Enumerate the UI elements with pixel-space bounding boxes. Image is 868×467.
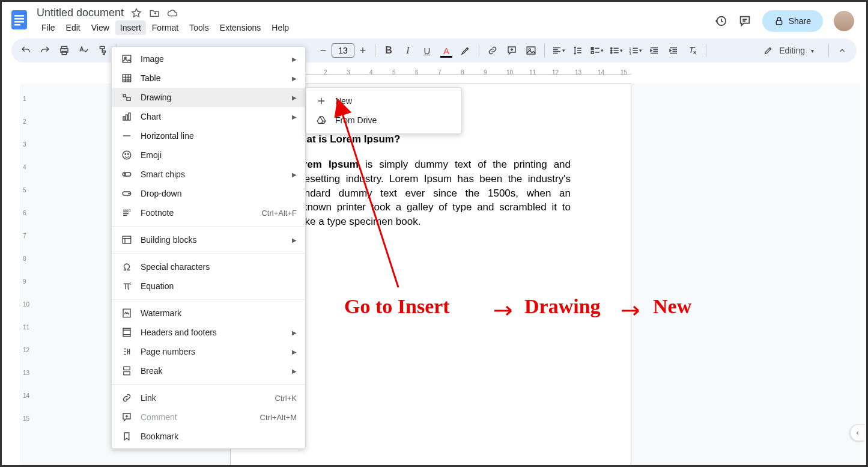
insert-bookmark[interactable]: Bookmark [112, 427, 305, 446]
separator [828, 44, 829, 57]
drive-icon [315, 115, 328, 126]
headers-icon [120, 327, 133, 338]
insert-drawing[interactable]: Drawing▶ [112, 88, 305, 107]
chevron-right-icon: ▶ [292, 237, 297, 243]
svg-rect-24 [127, 97, 130, 100]
annotation-text-1: Go to Insert [344, 295, 450, 318]
insert-image-button[interactable] [523, 42, 539, 59]
cloud-status-icon[interactable] [167, 8, 178, 19]
insert-drop-down[interactable]: Drop-down [112, 184, 305, 203]
doc-title[interactable]: Untitled document [37, 7, 124, 19]
font-size-control: − 13 + [316, 43, 370, 58]
comments-icon[interactable] [738, 14, 751, 28]
drawing-icon [120, 92, 133, 103]
insert-headers-and-footers[interactable]: Headers and footers▶ [112, 323, 305, 342]
redo-button[interactable] [37, 42, 53, 59]
insert-chart[interactable]: Chart▶ [112, 107, 305, 126]
svg-rect-4 [14, 24, 20, 26]
doc-body: Lorem Ipsum is simply dummy text of the … [291, 157, 571, 229]
link-button[interactable] [484, 42, 501, 59]
image-icon [120, 53, 133, 64]
insert-special-characters[interactable]: Special characters [112, 257, 305, 276]
editing-mode-button[interactable]: Editing ▾ [754, 46, 824, 55]
outdent-button[interactable] [646, 42, 663, 59]
svg-rect-25 [123, 117, 125, 120]
align-button[interactable]: ▾ [550, 42, 566, 59]
menu-file[interactable]: File [37, 20, 60, 35]
insert-smart-chips[interactable]: Smart chips▶ [112, 165, 305, 184]
menu-insert[interactable]: Insert [115, 20, 146, 35]
insert-link[interactable]: LinkCtrl+K [112, 388, 305, 407]
insert-footnote[interactable]: 1FootnoteCtrl+Alt+F [112, 203, 305, 222]
insert-image[interactable]: Image▶ [112, 49, 305, 69]
svg-point-15 [610, 50, 612, 51]
header-right: Share [714, 5, 857, 32]
svg-rect-0 [11, 10, 27, 29]
font-size-value[interactable]: 13 [332, 43, 354, 58]
star-icon[interactable] [131, 8, 142, 19]
svg-point-32 [124, 174, 126, 176]
svg-rect-1 [14, 15, 24, 17]
comment-icon [120, 412, 133, 423]
checklist-button[interactable]: ▾ [588, 42, 605, 59]
svg-rect-20 [123, 55, 131, 63]
history-icon[interactable] [714, 14, 727, 28]
spellcheck-button[interactable] [75, 42, 92, 59]
move-folder-icon[interactable] [149, 8, 160, 19]
emoji-icon [120, 150, 133, 160]
insert-building-blocks[interactable]: Building blocks▶ [112, 230, 305, 249]
paint-format-button[interactable] [94, 42, 111, 59]
menu-view[interactable]: View [86, 20, 114, 35]
insert-break[interactable]: Break▶ [112, 361, 305, 380]
insert-horizontal-line[interactable]: Horizontal line [112, 126, 305, 145]
bold-button[interactable]: B [380, 42, 397, 59]
side-panel-toggle[interactable]: ‹ [850, 424, 864, 441]
svg-point-14 [610, 47, 612, 49]
italic-button[interactable]: I [399, 42, 416, 59]
svg-rect-22 [123, 75, 131, 82]
font-size-plus[interactable]: + [356, 44, 370, 57]
insert-emoji[interactable]: Emoji [112, 145, 305, 165]
underline-button[interactable]: U [419, 42, 436, 59]
add-comment-button[interactable] [503, 42, 520, 59]
svg-rect-3 [14, 21, 24, 23]
insert-page-numbers[interactable]: Page numbers▶ [112, 342, 305, 361]
font-size-minus[interactable]: − [316, 44, 330, 57]
indent-button[interactable] [665, 42, 682, 59]
drawing-from-drive[interactable]: From Drive [306, 111, 461, 130]
menu-tools[interactable]: Tools [184, 20, 214, 35]
share-button[interactable]: Share [762, 10, 823, 32]
insert-table[interactable]: Table▶ [112, 69, 305, 88]
line-spacing-button[interactable] [569, 42, 586, 59]
insert-equation[interactable]: 2Equation [112, 276, 305, 296]
menu-extensions[interactable]: Extensions [215, 20, 266, 35]
doc-heading: What is Lorem Ipsum? [291, 133, 571, 145]
vertical-ruler[interactable]: 123456789101112131415 [20, 84, 31, 467]
svg-point-28 [123, 151, 131, 159]
annotation-text-3: New [653, 295, 691, 318]
chevron-right-icon: ▶ [292, 94, 297, 101]
svg-rect-10 [527, 47, 535, 54]
numbered-list-button[interactable]: 123▾ [627, 42, 643, 59]
drawing-new[interactable]: New [306, 91, 461, 111]
print-button[interactable] [56, 42, 73, 59]
clear-format-button[interactable] [684, 42, 701, 59]
menu-help[interactable]: Help [267, 20, 294, 35]
menu-bar: FileEditViewInsertFormatToolsExtensionsH… [37, 20, 294, 35]
menu-format[interactable]: Format [147, 20, 183, 35]
collapse-toolbar-button[interactable] [834, 42, 851, 59]
header-bar: Untitled document FileEditViewInsertForm… [2, 2, 866, 35]
undo-button[interactable] [17, 42, 34, 59]
svg-rect-26 [126, 115, 128, 120]
highlight-button[interactable] [457, 42, 474, 59]
dropdown-icon [120, 188, 133, 199]
svg-rect-38 [123, 328, 130, 337]
separator [706, 44, 706, 57]
insert-watermark[interactable]: Watermark [112, 304, 305, 323]
avatar[interactable] [834, 11, 854, 31]
svg-rect-40 [124, 372, 130, 375]
chevron-right-icon: ▶ [292, 171, 297, 178]
bullet-list-button[interactable]: ▾ [607, 42, 624, 59]
menu-edit[interactable]: Edit [61, 20, 85, 35]
text-color-button[interactable]: A [438, 42, 455, 59]
